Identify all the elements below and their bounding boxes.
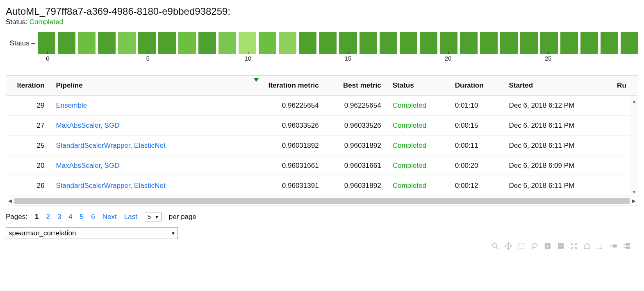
scroll-up-icon[interactable]: ▲ bbox=[632, 99, 637, 104]
status-bar[interactable] bbox=[500, 32, 518, 54]
page-link[interactable]: 5 bbox=[80, 213, 84, 221]
page-next-link[interactable]: Next bbox=[102, 213, 117, 221]
status-bar[interactable] bbox=[601, 32, 618, 54]
zoom-icon[interactable] bbox=[491, 241, 500, 250]
cell-iteration: 25 bbox=[6, 136, 52, 156]
status-bar[interactable] bbox=[339, 32, 357, 54]
page-link[interactable]: 6 bbox=[91, 213, 95, 221]
page-last-link[interactable]: Last bbox=[124, 213, 137, 221]
status-bar[interactable] bbox=[460, 32, 478, 54]
scroll-right-icon[interactable]: ▶ bbox=[630, 196, 638, 205]
metric-select-wrap: spearman_correlation ▼ bbox=[6, 227, 178, 239]
pipeline-link[interactable]: StandardScalerWrapper, ElasticNet bbox=[56, 182, 166, 189]
col-iteration-metric[interactable]: Iteration metric bbox=[251, 76, 326, 96]
hover-compare-icon[interactable] bbox=[622, 241, 631, 250]
status-bar[interactable] bbox=[520, 32, 538, 54]
scroll-track[interactable] bbox=[14, 198, 630, 204]
cell-best-metric: 0.96031661 bbox=[326, 156, 389, 176]
lasso-select-icon[interactable] bbox=[530, 241, 539, 250]
status-bar[interactable] bbox=[299, 32, 316, 54]
spike-lines-icon[interactable] bbox=[596, 241, 605, 250]
status-bar[interactable] bbox=[38, 32, 55, 54]
status-bar[interactable] bbox=[621, 32, 638, 54]
status-bar[interactable] bbox=[580, 32, 598, 54]
status-bar[interactable] bbox=[279, 32, 296, 54]
status-bar[interactable] bbox=[98, 32, 116, 54]
status-bar[interactable] bbox=[259, 32, 276, 54]
col-started[interactable]: Started bbox=[505, 76, 613, 96]
per-page-label: per page bbox=[169, 213, 196, 221]
status-bar[interactable] bbox=[198, 32, 216, 54]
cell-started: Dec 6, 2018 6:11 PM bbox=[505, 176, 613, 196]
cell-iteration: 26 bbox=[6, 176, 52, 196]
axis-tick-label: 25 bbox=[545, 55, 552, 62]
status-bar[interactable] bbox=[319, 32, 337, 54]
svg-rect-6 bbox=[612, 245, 617, 248]
pan-icon[interactable] bbox=[504, 241, 513, 250]
status-bar[interactable] bbox=[118, 32, 136, 54]
cell-iter-metric: 0.96033526 bbox=[251, 116, 326, 136]
svg-point-0 bbox=[492, 243, 496, 247]
box-select-icon[interactable] bbox=[517, 241, 526, 250]
pipeline-link[interactable]: StandardScalerWrapper, ElasticNet bbox=[56, 142, 166, 149]
status-bar[interactable] bbox=[360, 32, 377, 54]
col-best-metric[interactable]: Best metric bbox=[326, 76, 389, 96]
primary-metric-select[interactable]: spearman_correlation bbox=[6, 227, 178, 239]
cell-best-metric: 0.96225654 bbox=[326, 96, 389, 116]
scroll-left-icon[interactable]: ◀ bbox=[6, 196, 14, 205]
zoom-out-icon[interactable] bbox=[556, 241, 565, 250]
per-page-select[interactable]: 5 bbox=[145, 212, 162, 221]
cell-iter-metric: 0.96031391 bbox=[251, 176, 326, 196]
cell-duration: 0:00:15 bbox=[451, 116, 505, 136]
col-status[interactable]: Status bbox=[389, 76, 451, 96]
svg-rect-8 bbox=[626, 247, 630, 249]
page-link[interactable]: 3 bbox=[57, 213, 61, 221]
col-duration[interactable]: Duration bbox=[451, 76, 505, 96]
pipeline-link[interactable]: Ensemble bbox=[56, 102, 87, 109]
col-iteration[interactable]: Iteration bbox=[6, 76, 52, 96]
status-bar[interactable] bbox=[78, 32, 96, 54]
page-link[interactable]: 4 bbox=[68, 213, 72, 221]
status-bar[interactable] bbox=[480, 32, 498, 54]
cell-status: Completed bbox=[389, 176, 451, 196]
pipeline-link[interactable]: MaxAbsScaler, SGD bbox=[56, 162, 120, 169]
cell-started: Dec 6, 2018 6:12 PM bbox=[505, 96, 613, 116]
status-chart: Status – 0510152025 bbox=[6, 32, 638, 68]
status-bar[interactable] bbox=[440, 32, 457, 54]
hover-closest-icon[interactable] bbox=[609, 241, 618, 250]
zoom-in-icon[interactable] bbox=[543, 241, 552, 250]
status-bar[interactable] bbox=[380, 32, 397, 54]
table-row: 25StandardScalerWrapper, ElasticNet0.960… bbox=[6, 136, 638, 156]
axis-tick-label: 15 bbox=[345, 55, 352, 62]
reset-axes-icon[interactable] bbox=[583, 241, 592, 250]
col-pipeline[interactable]: Pipeline bbox=[52, 76, 252, 96]
per-page-select-wrap: 5 ▼ bbox=[145, 212, 162, 221]
status-bar[interactable] bbox=[218, 32, 236, 54]
col-run-truncated[interactable]: Ru bbox=[613, 76, 638, 96]
pipeline-link[interactable]: MaxAbsScaler, SGD bbox=[56, 122, 120, 129]
page-link[interactable]: 2 bbox=[46, 213, 50, 221]
pages-label: Pages: bbox=[6, 213, 27, 221]
status-bar[interactable] bbox=[400, 32, 417, 54]
status-bar[interactable] bbox=[138, 32, 156, 54]
table-row: 27MaxAbsScaler, SGD0.960335260.96033526C… bbox=[6, 116, 638, 136]
status-bar[interactable] bbox=[239, 32, 256, 54]
cell-iteration: 27 bbox=[6, 116, 52, 136]
status-bar[interactable] bbox=[158, 32, 176, 54]
status-bar[interactable] bbox=[540, 32, 558, 54]
status-value: Completed bbox=[30, 18, 63, 26]
table-header-row: Iteration Pipeline Iteration metric Best… bbox=[6, 76, 638, 96]
table-row: 29Ensemble0.962256540.96225654Completed0… bbox=[6, 96, 638, 116]
cell-duration: 0:00:12 bbox=[451, 176, 505, 196]
autoscale-icon[interactable] bbox=[569, 241, 578, 250]
status-bar[interactable] bbox=[560, 32, 578, 54]
horizontal-scrollbar[interactable]: ◀ ▶ bbox=[6, 196, 638, 205]
status-bar[interactable] bbox=[58, 32, 75, 54]
cell-duration: 0:01:10 bbox=[451, 96, 505, 116]
status-bar[interactable] bbox=[178, 32, 196, 54]
axis-tick-label: 20 bbox=[445, 55, 452, 62]
cell-status: Completed bbox=[389, 136, 451, 156]
scroll-down-icon[interactable]: ▼ bbox=[632, 189, 637, 194]
vertical-scrollbar[interactable]: ▲ ▼ bbox=[630, 97, 638, 196]
status-bar[interactable] bbox=[420, 32, 437, 54]
